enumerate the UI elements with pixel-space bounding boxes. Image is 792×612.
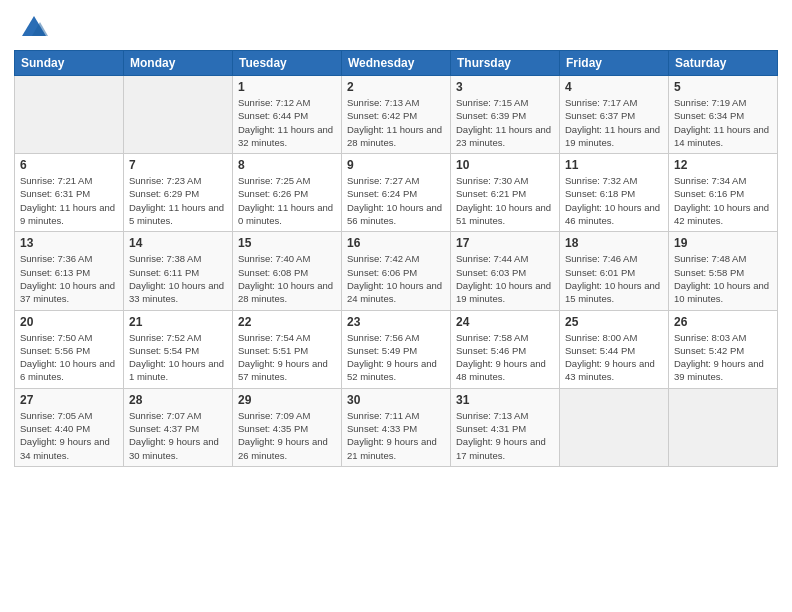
day-of-week-header: Friday — [560, 51, 669, 76]
calendar-cell: 8Sunrise: 7:25 AM Sunset: 6:26 PM Daylig… — [233, 154, 342, 232]
calendar-cell: 9Sunrise: 7:27 AM Sunset: 6:24 PM Daylig… — [342, 154, 451, 232]
day-number: 4 — [565, 80, 663, 94]
day-info: Sunrise: 7:17 AM Sunset: 6:37 PM Dayligh… — [565, 96, 663, 149]
calendar-cell — [560, 388, 669, 466]
calendar-cell: 15Sunrise: 7:40 AM Sunset: 6:08 PM Dayli… — [233, 232, 342, 310]
calendar-header: SundayMondayTuesdayWednesdayThursdayFrid… — [15, 51, 778, 76]
day-number: 19 — [674, 236, 772, 250]
day-info: Sunrise: 7:13 AM Sunset: 6:42 PM Dayligh… — [347, 96, 445, 149]
calendar-cell: 6Sunrise: 7:21 AM Sunset: 6:31 PM Daylig… — [15, 154, 124, 232]
day-info: Sunrise: 7:54 AM Sunset: 5:51 PM Dayligh… — [238, 331, 336, 384]
day-info: Sunrise: 7:44 AM Sunset: 6:03 PM Dayligh… — [456, 252, 554, 305]
calendar-container: SundayMondayTuesdayWednesdayThursdayFrid… — [0, 50, 792, 612]
day-info: Sunrise: 7:12 AM Sunset: 6:44 PM Dayligh… — [238, 96, 336, 149]
day-info: Sunrise: 7:42 AM Sunset: 6:06 PM Dayligh… — [347, 252, 445, 305]
calendar-week-row: 1Sunrise: 7:12 AM Sunset: 6:44 PM Daylig… — [15, 76, 778, 154]
day-number: 12 — [674, 158, 772, 172]
day-number: 5 — [674, 80, 772, 94]
logo-icon — [20, 14, 48, 42]
day-number: 25 — [565, 315, 663, 329]
calendar-cell: 14Sunrise: 7:38 AM Sunset: 6:11 PM Dayli… — [124, 232, 233, 310]
day-info: Sunrise: 7:05 AM Sunset: 4:40 PM Dayligh… — [20, 409, 118, 462]
calendar-cell — [669, 388, 778, 466]
calendar-cell: 10Sunrise: 7:30 AM Sunset: 6:21 PM Dayli… — [451, 154, 560, 232]
day-info: Sunrise: 7:23 AM Sunset: 6:29 PM Dayligh… — [129, 174, 227, 227]
calendar-cell: 30Sunrise: 7:11 AM Sunset: 4:33 PM Dayli… — [342, 388, 451, 466]
day-number: 20 — [20, 315, 118, 329]
calendar-cell: 26Sunrise: 8:03 AM Sunset: 5:42 PM Dayli… — [669, 310, 778, 388]
day-number: 10 — [456, 158, 554, 172]
day-of-week-header: Tuesday — [233, 51, 342, 76]
day-number: 24 — [456, 315, 554, 329]
day-info: Sunrise: 8:00 AM Sunset: 5:44 PM Dayligh… — [565, 331, 663, 384]
day-info: Sunrise: 7:52 AM Sunset: 5:54 PM Dayligh… — [129, 331, 227, 384]
day-number: 26 — [674, 315, 772, 329]
day-number: 14 — [129, 236, 227, 250]
day-number: 23 — [347, 315, 445, 329]
day-info: Sunrise: 7:30 AM Sunset: 6:21 PM Dayligh… — [456, 174, 554, 227]
calendar-cell: 25Sunrise: 8:00 AM Sunset: 5:44 PM Dayli… — [560, 310, 669, 388]
calendar-cell: 16Sunrise: 7:42 AM Sunset: 6:06 PM Dayli… — [342, 232, 451, 310]
calendar-cell — [124, 76, 233, 154]
day-info: Sunrise: 7:40 AM Sunset: 6:08 PM Dayligh… — [238, 252, 336, 305]
calendar-body: 1Sunrise: 7:12 AM Sunset: 6:44 PM Daylig… — [15, 76, 778, 467]
day-info: Sunrise: 7:38 AM Sunset: 6:11 PM Dayligh… — [129, 252, 227, 305]
day-info: Sunrise: 7:56 AM Sunset: 5:49 PM Dayligh… — [347, 331, 445, 384]
day-of-week-header: Saturday — [669, 51, 778, 76]
day-info: Sunrise: 7:19 AM Sunset: 6:34 PM Dayligh… — [674, 96, 772, 149]
calendar-week-row: 6Sunrise: 7:21 AM Sunset: 6:31 PM Daylig… — [15, 154, 778, 232]
calendar-cell: 24Sunrise: 7:58 AM Sunset: 5:46 PM Dayli… — [451, 310, 560, 388]
day-info: Sunrise: 7:48 AM Sunset: 5:58 PM Dayligh… — [674, 252, 772, 305]
day-number: 18 — [565, 236, 663, 250]
calendar-week-row: 13Sunrise: 7:36 AM Sunset: 6:13 PM Dayli… — [15, 232, 778, 310]
day-info: Sunrise: 7:13 AM Sunset: 4:31 PM Dayligh… — [456, 409, 554, 462]
calendar-cell: 13Sunrise: 7:36 AM Sunset: 6:13 PM Dayli… — [15, 232, 124, 310]
page: SundayMondayTuesdayWednesdayThursdayFrid… — [0, 0, 792, 612]
calendar-cell: 21Sunrise: 7:52 AM Sunset: 5:54 PM Dayli… — [124, 310, 233, 388]
day-info: Sunrise: 7:11 AM Sunset: 4:33 PM Dayligh… — [347, 409, 445, 462]
day-number: 22 — [238, 315, 336, 329]
calendar-cell: 18Sunrise: 7:46 AM Sunset: 6:01 PM Dayli… — [560, 232, 669, 310]
day-info: Sunrise: 7:15 AM Sunset: 6:39 PM Dayligh… — [456, 96, 554, 149]
header-row: SundayMondayTuesdayWednesdayThursdayFrid… — [15, 51, 778, 76]
day-number: 21 — [129, 315, 227, 329]
calendar-cell: 27Sunrise: 7:05 AM Sunset: 4:40 PM Dayli… — [15, 388, 124, 466]
calendar-cell: 5Sunrise: 7:19 AM Sunset: 6:34 PM Daylig… — [669, 76, 778, 154]
day-info: Sunrise: 7:25 AM Sunset: 6:26 PM Dayligh… — [238, 174, 336, 227]
calendar-cell: 17Sunrise: 7:44 AM Sunset: 6:03 PM Dayli… — [451, 232, 560, 310]
day-number: 9 — [347, 158, 445, 172]
day-number: 27 — [20, 393, 118, 407]
day-number: 3 — [456, 80, 554, 94]
calendar-cell: 29Sunrise: 7:09 AM Sunset: 4:35 PM Dayli… — [233, 388, 342, 466]
day-number: 15 — [238, 236, 336, 250]
day-number: 31 — [456, 393, 554, 407]
day-number: 8 — [238, 158, 336, 172]
day-number: 13 — [20, 236, 118, 250]
day-number: 2 — [347, 80, 445, 94]
calendar-cell: 11Sunrise: 7:32 AM Sunset: 6:18 PM Dayli… — [560, 154, 669, 232]
calendar-week-row: 20Sunrise: 7:50 AM Sunset: 5:56 PM Dayli… — [15, 310, 778, 388]
day-number: 11 — [565, 158, 663, 172]
calendar-cell: 28Sunrise: 7:07 AM Sunset: 4:37 PM Dayli… — [124, 388, 233, 466]
calendar-cell: 4Sunrise: 7:17 AM Sunset: 6:37 PM Daylig… — [560, 76, 669, 154]
day-info: Sunrise: 7:32 AM Sunset: 6:18 PM Dayligh… — [565, 174, 663, 227]
day-number: 16 — [347, 236, 445, 250]
day-info: Sunrise: 7:07 AM Sunset: 4:37 PM Dayligh… — [129, 409, 227, 462]
day-number: 7 — [129, 158, 227, 172]
calendar-cell: 3Sunrise: 7:15 AM Sunset: 6:39 PM Daylig… — [451, 76, 560, 154]
day-info: Sunrise: 7:34 AM Sunset: 6:16 PM Dayligh… — [674, 174, 772, 227]
day-info: Sunrise: 7:50 AM Sunset: 5:56 PM Dayligh… — [20, 331, 118, 384]
day-number: 30 — [347, 393, 445, 407]
day-number: 28 — [129, 393, 227, 407]
calendar-cell: 23Sunrise: 7:56 AM Sunset: 5:49 PM Dayli… — [342, 310, 451, 388]
day-of-week-header: Thursday — [451, 51, 560, 76]
header — [0, 0, 792, 50]
calendar-week-row: 27Sunrise: 7:05 AM Sunset: 4:40 PM Dayli… — [15, 388, 778, 466]
calendar-cell: 2Sunrise: 7:13 AM Sunset: 6:42 PM Daylig… — [342, 76, 451, 154]
day-info: Sunrise: 7:58 AM Sunset: 5:46 PM Dayligh… — [456, 331, 554, 384]
calendar-cell: 7Sunrise: 7:23 AM Sunset: 6:29 PM Daylig… — [124, 154, 233, 232]
calendar-cell: 12Sunrise: 7:34 AM Sunset: 6:16 PM Dayli… — [669, 154, 778, 232]
day-number: 29 — [238, 393, 336, 407]
day-number: 17 — [456, 236, 554, 250]
calendar-table: SundayMondayTuesdayWednesdayThursdayFrid… — [14, 50, 778, 467]
